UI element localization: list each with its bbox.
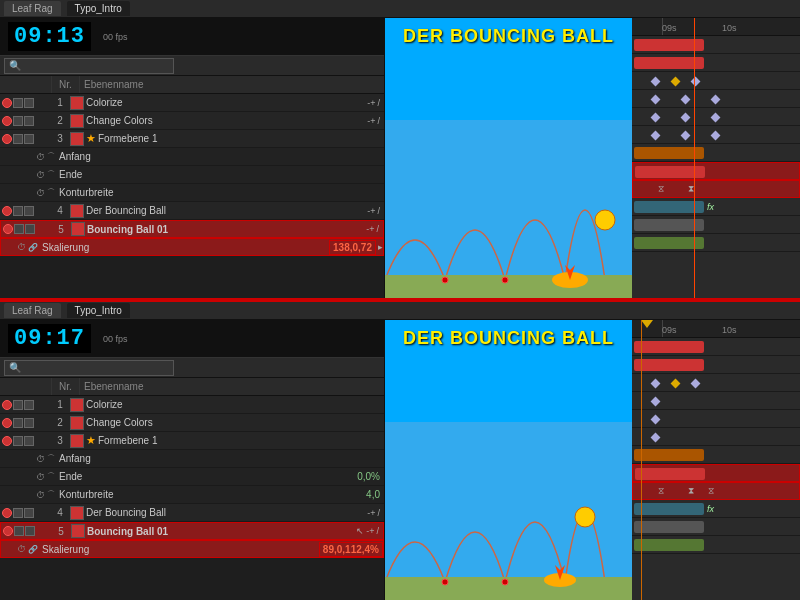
tab-leaf-rag-bot[interactable]: Leaf Rag (4, 303, 61, 318)
playhead-top[interactable] (694, 18, 695, 300)
layer-solo-fe-bot[interactable] (13, 436, 23, 446)
layer-lock-dbb-top[interactable] (24, 206, 34, 216)
layer-row-colorize-top[interactable]: 1 Colorize -+ / (0, 94, 384, 112)
ctrl-minus-2-top[interactable]: -+ (367, 116, 375, 126)
tl-row-typo-top: fx (632, 198, 800, 216)
ctrl-slash-4-bot[interactable]: / (377, 508, 380, 518)
col-nr-bot: Nr. (52, 378, 80, 395)
layer-row-changecolors-top[interactable]: 2 Change Colors -+ / (0, 112, 384, 130)
svg-rect-7 (385, 422, 632, 600)
layer-lock-cc-top[interactable] (24, 116, 34, 126)
diamond-anfang3-top (711, 94, 721, 104)
layer-solo-dbb-top[interactable] (13, 206, 23, 216)
tab-leaf-rag-top[interactable]: Leaf Rag (4, 1, 61, 16)
tl-bar-mp3-bot (634, 539, 704, 551)
layer-row-skalierung-bot[interactable]: ⏱ 🔗 Skalierung 89,0,112,4% (0, 540, 384, 558)
tab-typo-intro-bot[interactable]: Typo_Intro (67, 303, 130, 318)
layer-lock-fe-bot[interactable] (24, 436, 34, 446)
hg-skal1-bot: ⧖ (658, 486, 664, 497)
layer-num-4-bot: 4 (52, 507, 68, 518)
layer-name-formebene-top: Formebene 1 (98, 133, 384, 144)
layer-row-bb01-top[interactable]: 5 Bouncing Ball 01 -+ / (0, 220, 384, 238)
layer-row-dbb-top[interactable]: 4 Der Bouncing Ball -+ / (0, 202, 384, 220)
ctrl-slash-5-top[interactable]: / (376, 224, 379, 234)
stopwatch-skal-top[interactable]: ⏱ (17, 242, 26, 252)
ctrl-minus-5-bot[interactable]: -+ (366, 526, 374, 536)
stopwatch-ende-top[interactable]: ⏱ (36, 170, 45, 180)
layer-row-skalierung-top[interactable]: ⏱ 🔗 Skalierung 138,0,72 ▸ (0, 238, 384, 256)
layer-controls-5-top: -+ / (366, 224, 383, 234)
preview-title-top: DER BOUNCING BALL (385, 18, 632, 47)
stopwatch-kontur-top[interactable]: ⏱ (36, 188, 45, 198)
tab-typo-intro-top[interactable]: Typo_Intro (67, 1, 130, 16)
layer-vis-fe-top[interactable] (2, 134, 12, 144)
tl-bar-dbb-bot (634, 449, 704, 461)
layer-controls-2-top: -+ / (367, 116, 384, 126)
layer-vis-bb01-top[interactable] (3, 224, 13, 234)
stopwatch-kontur-bot[interactable]: ⏱ (36, 490, 45, 500)
top-panel: Leaf Rag Typo_Intro 09:13 00 fps Nr. (0, 0, 800, 300)
layer-solo-colorize-bot[interactable] (13, 400, 23, 410)
stopwatch-ende-bot[interactable]: ⏱ (36, 472, 45, 482)
layer-vis-dbb-top[interactable] (2, 206, 12, 216)
stopwatch-anfang-bot[interactable]: ⏱ (36, 454, 45, 464)
layer-solo-dbb-bot[interactable] (13, 508, 23, 518)
tl-row-formebene-top (632, 72, 800, 90)
ctrl-minus-1-top[interactable]: -+ (367, 98, 375, 108)
stopwatch-anfang-top[interactable]: ⏱ (36, 152, 45, 162)
layer-solo-colorize-top[interactable] (13, 98, 23, 108)
layer-headers-bot: Nr. Ebenenname (0, 378, 384, 396)
layer-color-5-bot (71, 524, 85, 538)
layer-lock-colorize-top[interactable] (24, 98, 34, 108)
stopwatch-skal-bot[interactable]: ⏱ (17, 544, 26, 554)
layer-solo-cc-top[interactable] (13, 116, 23, 126)
ctrl-slash-1-top[interactable]: / (377, 98, 380, 108)
layer-solo-fe-top[interactable] (13, 134, 23, 144)
label-anfang-bot: Anfang (59, 453, 91, 464)
label-anfang-top: Anfang (59, 151, 91, 162)
diamond-fe2-top (671, 76, 681, 86)
layer-vis-bb01-bot[interactable] (3, 526, 13, 536)
layer-vis-cc-bot[interactable] (2, 418, 12, 428)
svg-rect-1 (385, 275, 632, 300)
diamond-kontur2-top (681, 130, 691, 140)
layer-lock-cc-bot[interactable] (24, 418, 34, 428)
layer-row-formebene-bot[interactable]: 3 ★ Formebene 1 (0, 432, 384, 450)
layers-list-bot: 1 Colorize 2 Change Colors (0, 396, 384, 600)
layer-solo-bb01-top[interactable] (14, 224, 24, 234)
layer-row-bb01-bot[interactable]: 5 Bouncing Ball 01 ↖ -+ / (0, 522, 384, 540)
layer-vis-colorize-top[interactable] (2, 98, 12, 108)
search-input-bot[interactable] (4, 360, 174, 376)
ctrl-slash-5-bot[interactable]: / (376, 526, 379, 536)
layer-vis-dbb-bot[interactable] (2, 508, 12, 518)
layer-lock-colorize-bot[interactable] (24, 400, 34, 410)
diamond-kontur1-top (651, 130, 661, 140)
layer-lock-dbb-bot[interactable] (24, 508, 34, 518)
layer-lock-bb01-top[interactable] (25, 224, 35, 234)
layer-row-colorize-bot[interactable]: 1 Colorize (0, 396, 384, 414)
ctrl-minus-4-top[interactable]: -+ (367, 206, 375, 216)
layer-lock-bb01-bot[interactable] (25, 526, 35, 536)
layer-lock-fe-top[interactable] (24, 134, 34, 144)
ctrl-minus-4-bot[interactable]: -+ (367, 508, 375, 518)
ctrl-minus-5-top[interactable]: -+ (366, 224, 374, 234)
search-input-top[interactable] (4, 58, 174, 74)
link-ende-top: ⌒ (47, 169, 55, 180)
link-skal-top: 🔗 (28, 243, 38, 252)
playhead-bot[interactable] (641, 320, 642, 600)
ctrl-slash-2-top[interactable]: / (377, 116, 380, 126)
diamond-ende2-top (681, 112, 691, 122)
layer-solo-cc-bot[interactable] (13, 418, 23, 428)
layer-row-dbb-bot[interactable]: 4 Der Bouncing Ball -+ / (0, 504, 384, 522)
layer-vis-colorize-bot[interactable] (2, 400, 12, 410)
layer-vis-fe-bot[interactable] (2, 436, 12, 446)
layer-solo-bb01-bot[interactable] (14, 526, 24, 536)
timeline-rows-bot: ⧖ ⧗ ⧖ fx (632, 338, 800, 554)
diamond-fe2-bot (671, 378, 681, 388)
layer-vis-cc-top[interactable] (2, 116, 12, 126)
layer-row-changecolors-bot[interactable]: 2 Change Colors (0, 414, 384, 432)
layer-row-formebene-top[interactable]: 3 ★ Formebene 1 (0, 130, 384, 148)
tl-row-kontur-top (632, 126, 800, 144)
tl-row-mp3-top (632, 234, 800, 252)
ctrl-slash-4-top[interactable]: / (377, 206, 380, 216)
